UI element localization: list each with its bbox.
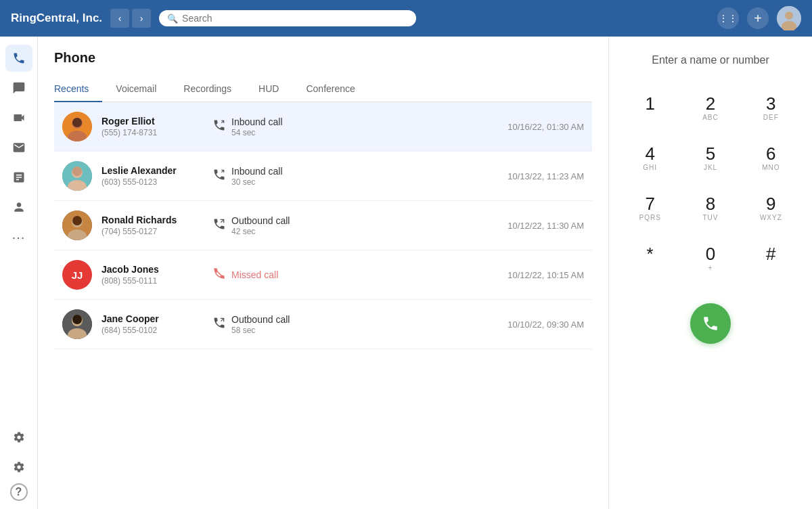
call-date: 10/12/22, 10:15 AM (508, 270, 584, 280)
dialpad-key-6[interactable]: 6 MNO (744, 137, 798, 181)
avatar (62, 211, 92, 240)
key-num: 5 (706, 145, 715, 162)
call-type-label: Missed call (231, 269, 278, 280)
contact-info: Jacob Jones (808) 555-0111 (102, 264, 203, 286)
call-button[interactable] (690, 303, 731, 344)
missed-call-icon (212, 267, 226, 284)
sidebar-item-help[interactable]: ? (10, 483, 28, 501)
avatar-image (62, 211, 92, 240)
nav-back-button[interactable]: ‹ (110, 9, 129, 28)
dialpad-key-4[interactable]: 4 GHI (623, 137, 677, 181)
key-letters: ABC (702, 114, 719, 123)
phone-call-icon (702, 315, 719, 332)
table-row[interactable]: Leslie Alexander (603) 555-0123 Inbound … (54, 152, 592, 201)
table-row[interactable]: Ronald Richards (704) 555-0127 Outbound … (54, 201, 592, 250)
main-layout: ··· ? Phone Recents Voicemail Recordings… (0, 37, 812, 509)
nav-buttons: ‹ › (110, 9, 151, 28)
key-letters: + (708, 264, 713, 273)
phone-panel: Phone Recents Voicemail Recordings HUD C… (38, 37, 609, 509)
grid-button[interactable]: ⋮⋮ (717, 7, 739, 29)
sidebar-item-settings[interactable] (5, 453, 32, 481)
dialpad-panel: Enter a name or number 1 2 ABC 3 DEF (609, 37, 812, 509)
avatar-image (62, 309, 92, 339)
call-duration: 58 sec (231, 326, 290, 335)
inbound-call-icon (212, 118, 226, 135)
outbound-call-icon (212, 316, 226, 333)
sidebar-item-more[interactable]: ··· (5, 223, 32, 250)
tab-recordings[interactable]: Recordings (170, 76, 245, 102)
key-letters: TUV (702, 214, 718, 223)
call-duration: 54 sec (231, 128, 283, 137)
call-type-section: Outbound call 58 sec (212, 314, 498, 335)
key-letters: WXYZ (760, 214, 782, 223)
sidebar-item-tasks[interactable] (5, 164, 32, 191)
dialpad-key-2[interactable]: 2 ABC (683, 87, 738, 131)
avatar (62, 161, 92, 191)
contact-phone: (555) 174-8731 (102, 128, 203, 137)
sidebar-item-video[interactable] (5, 104, 32, 131)
contact-name: Jane Cooper (102, 313, 203, 324)
tab-voicemail[interactable]: Voicemail (102, 76, 170, 102)
sidebar-top: ··· (5, 45, 32, 424)
call-type-section: Missed call (212, 267, 498, 284)
tabs: Recents Voicemail Recordings HUD Confere… (54, 76, 592, 102)
contact-info: Jane Cooper (684) 555-0102 (102, 313, 203, 335)
key-num: 2 (706, 95, 715, 112)
key-num: 1 (645, 95, 654, 112)
call-type-section: Outbound call 42 sec (212, 215, 498, 236)
contact-name: Jacob Jones (102, 264, 203, 275)
dialpad-key-0[interactable]: 0 + (683, 237, 738, 282)
sidebar-item-phone[interactable] (5, 45, 32, 72)
dialpad-grid: 1 2 ABC 3 DEF 4 GHI (623, 87, 798, 282)
sidebar-item-chat[interactable] (5, 74, 32, 102)
table-row[interactable]: JJ Jacob Jones (808) 555-0111 Missed cal… (54, 250, 592, 300)
contact-name: Ronald Richards (102, 215, 203, 225)
topbar: RingCentral, Inc. ‹ › 🔍 ⋮⋮ + (0, 0, 812, 37)
sidebar-bottom: ? (5, 424, 32, 501)
call-type-info: Inbound call 30 sec (231, 166, 283, 187)
contact-info: Ronald Richards (704) 555-0127 (102, 215, 203, 236)
call-type-info: Missed call (231, 269, 278, 280)
svg-point-10 (72, 167, 82, 176)
contact-info: Roger Elliot (555) 174-8731 (102, 116, 203, 137)
call-type-info: Inbound call 54 sec (231, 116, 283, 137)
nav-forward-button[interactable]: › (132, 9, 151, 28)
key-letters: DEF (763, 114, 779, 123)
sidebar-item-contacts[interactable] (5, 194, 32, 221)
dialpad-key-star[interactable]: * (623, 237, 677, 282)
svg-point-6 (72, 118, 82, 127)
call-type-label: Outbound call (231, 314, 290, 325)
call-type-label: Outbound call (231, 215, 290, 226)
dialpad-key-hash[interactable]: # (744, 237, 798, 282)
search-input[interactable] (182, 13, 408, 24)
user-avatar[interactable] (777, 6, 801, 30)
key-num: 6 (766, 145, 775, 162)
contact-name: Leslie Alexander (102, 165, 203, 176)
call-type-section: Inbound call 30 sec (212, 166, 498, 187)
sidebar-item-message[interactable] (5, 134, 32, 161)
call-date: 10/16/22, 01:30 AM (508, 122, 584, 132)
key-num: 9 (766, 195, 775, 213)
key-num: # (766, 245, 775, 263)
call-list: Roger Elliot (555) 174-8731 Inbound call… (54, 102, 592, 495)
table-row[interactable]: Roger Elliot (555) 174-8731 Inbound call… (54, 102, 592, 152)
add-button[interactable]: + (747, 7, 769, 29)
dialpad-key-1[interactable]: 1 (623, 87, 677, 131)
call-type-info: Outbound call 58 sec (231, 314, 290, 335)
call-duration: 42 sec (231, 227, 290, 236)
sidebar-item-apps[interactable] (5, 424, 32, 451)
dialpad-key-3[interactable]: 3 DEF (744, 87, 798, 131)
key-num: 7 (645, 195, 654, 213)
dialpad-key-9[interactable]: 9 WXYZ (744, 187, 798, 231)
tab-conference[interactable]: Conference (292, 76, 368, 102)
dialpad-key-7[interactable]: 7 PQRS (623, 187, 677, 231)
dialpad-key-8[interactable]: 8 TUV (683, 187, 738, 231)
tab-hud[interactable]: HUD (245, 76, 292, 102)
contact-phone: (684) 555-0102 (102, 326, 203, 335)
dialpad-key-5[interactable]: 5 JKL (683, 137, 738, 181)
key-num: 0 (706, 245, 715, 263)
table-row[interactable]: Jane Cooper (684) 555-0102 Outbound call… (54, 300, 592, 349)
avatar: JJ (62, 260, 92, 290)
tab-recents[interactable]: Recents (54, 76, 102, 102)
contact-phone: (704) 555-0127 (102, 227, 203, 236)
